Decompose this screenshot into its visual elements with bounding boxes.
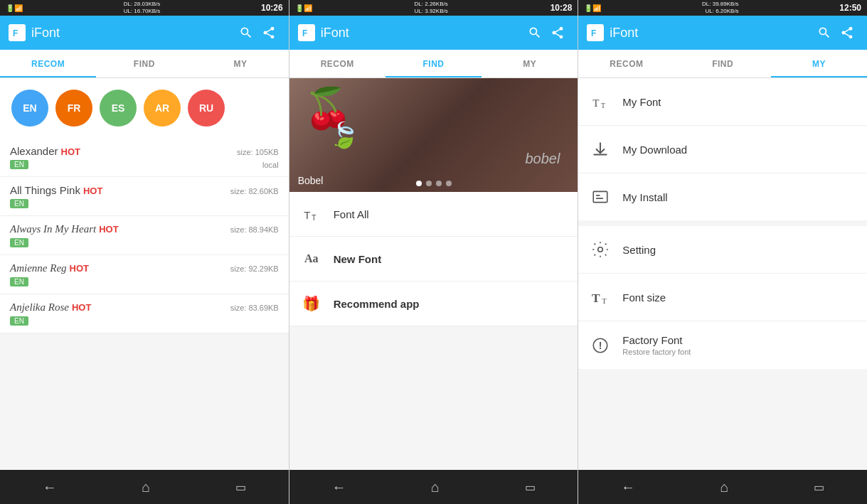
font-size-item[interactable]: T T Font size bbox=[578, 274, 867, 321]
font-size: size: 92.29KB bbox=[230, 264, 279, 273]
search-button-3[interactable] bbox=[813, 21, 836, 44]
font-name: Always In My Heart bbox=[10, 223, 96, 235]
lang-ru[interactable]: RU bbox=[188, 90, 225, 127]
font-size: size: 105KB bbox=[237, 148, 279, 156]
content-1: EN FR ES AR RU Alexander HOT size: 105KB… bbox=[0, 78, 289, 470]
tab-find-2[interactable]: FIND bbox=[385, 50, 482, 77]
svg-text:T: T bbox=[593, 97, 600, 109]
home-button-3[interactable]: ⌂ bbox=[720, 479, 729, 495]
lang-en[interactable]: EN bbox=[11, 90, 48, 127]
font-name: All Things Pink bbox=[10, 184, 80, 196]
lang-tag: EN bbox=[10, 316, 28, 326]
back-button-2[interactable]: ← bbox=[331, 479, 346, 495]
font-item-amiennereg[interactable]: Amienne Reg HOT size: 92.29KB EN bbox=[0, 255, 289, 294]
font-size: size: 88.94KB bbox=[230, 225, 279, 234]
back-button-1[interactable]: ← bbox=[43, 479, 57, 495]
my-font-item[interactable]: T T My Font bbox=[578, 78, 867, 126]
carousel: 🍒 🍃 bobel Bobel bbox=[289, 78, 578, 192]
back-button-3[interactable]: ← bbox=[621, 479, 635, 495]
font-size: size: 83.69KB bbox=[230, 304, 279, 312]
svg-text:T: T bbox=[601, 102, 605, 109]
factory-font-sub: Restore factory font bbox=[622, 348, 691, 356]
dot-1[interactable] bbox=[416, 181, 422, 186]
font-item-alwaysinmyheart[interactable]: Always In My Heart HOT size: 88.94KB EN bbox=[0, 216, 289, 255]
my-font-text: My Font bbox=[622, 96, 661, 108]
recents-button-2[interactable]: ▭ bbox=[525, 481, 536, 494]
carousel-label: Bobel bbox=[298, 175, 324, 186]
bottom-nav-3: ← ⌂ ▭ bbox=[578, 470, 867, 504]
setting-title: Setting bbox=[622, 244, 656, 256]
my-bottom-section: Setting T T Font size ! bbox=[578, 226, 867, 369]
lang-tag: EN bbox=[10, 277, 28, 286]
font-item-allthingspink[interactable]: All Things Pink HOT size: 82.60KB EN bbox=[0, 177, 289, 216]
status-icons-1: 🔋📶 bbox=[6, 4, 23, 12]
menu-item-new-font[interactable]: Aa New Font bbox=[289, 237, 578, 282]
svg-text:T: T bbox=[602, 296, 607, 305]
network-status-3: DL: 39.89KB/s UL: 6.20KB/s bbox=[702, 1, 739, 14]
recents-button-1[interactable]: ▭ bbox=[235, 481, 246, 494]
my-font-title: My Font bbox=[622, 96, 661, 108]
home-button-1[interactable]: ⌂ bbox=[142, 479, 150, 495]
tab-recom-1[interactable]: RECOM bbox=[0, 50, 96, 77]
my-download-text: My Download bbox=[622, 144, 687, 156]
app-logo-2: F bbox=[298, 24, 315, 41]
menu-item-recommend-app[interactable]: 🎁 Recommend app bbox=[289, 282, 578, 326]
share-button-2[interactable] bbox=[546, 21, 569, 44]
leaf-decoration: 🍃 bbox=[329, 121, 360, 150]
search-button-2[interactable] bbox=[523, 21, 546, 44]
search-button-1[interactable] bbox=[235, 21, 257, 44]
appbar-1: F iFont bbox=[0, 16, 289, 50]
screen1: 🔋📶 DL: 28.03KB/s UL: 16.70KB/s 10:26 F i… bbox=[0, 0, 289, 504]
lang-fr[interactable]: FR bbox=[55, 90, 92, 127]
network-status-1: DL: 28.03KB/s UL: 16.70KB/s bbox=[124, 1, 161, 14]
factory-font-item[interactable]: ! Factory Font Restore factory font bbox=[578, 321, 867, 369]
bottom-nav-2: ← ⌂ ▭ bbox=[289, 470, 578, 504]
appbar-2: F iFont bbox=[289, 16, 578, 50]
my-download-title: My Download bbox=[622, 144, 687, 156]
font-size: size: 82.60KB bbox=[230, 187, 279, 195]
setting-item[interactable]: Setting bbox=[578, 226, 867, 274]
menu-label-font-all: Font All bbox=[334, 208, 369, 220]
network-status-2: DL: 2.26KB/s UL: 3.92KB/s bbox=[415, 1, 448, 14]
svg-text:T: T bbox=[304, 209, 310, 221]
lang-ar[interactable]: AR bbox=[144, 90, 181, 127]
tab-my-1[interactable]: MY bbox=[192, 50, 288, 77]
tab-my-2[interactable]: MY bbox=[482, 50, 578, 77]
my-install-item[interactable]: My Install bbox=[578, 173, 867, 220]
lang-tag: EN bbox=[10, 199, 28, 208]
dot-4[interactable] bbox=[446, 181, 452, 186]
tab-recom-2[interactable]: RECOM bbox=[289, 50, 385, 77]
lang-es[interactable]: ES bbox=[100, 90, 137, 127]
status-bar-2: 🔋📶 DL: 2.26KB/s UL: 3.92KB/s 10:28 bbox=[289, 0, 578, 16]
setting-icon bbox=[590, 239, 611, 260]
hot-badge: HOT bbox=[83, 186, 102, 196]
status-bar-1: 🔋📶 DL: 28.03KB/s UL: 16.70KB/s 10:26 bbox=[0, 0, 289, 16]
bottom-nav-1: ← ⌂ ▭ bbox=[0, 470, 289, 504]
tab-find-3[interactable]: FIND bbox=[675, 50, 771, 77]
my-download-icon bbox=[590, 139, 611, 160]
factory-font-icon: ! bbox=[590, 335, 611, 356]
my-download-item[interactable]: My Download bbox=[578, 126, 867, 173]
share-button-3[interactable] bbox=[836, 21, 858, 44]
font-item-anjelikarose[interactable]: Anjelika Rose HOT size: 83.69KB EN bbox=[0, 294, 289, 333]
appbar-3: F iFont bbox=[578, 16, 867, 50]
app-title-2: iFont bbox=[321, 26, 524, 41]
dot-3[interactable] bbox=[436, 181, 442, 186]
tab-my-3[interactable]: MY bbox=[771, 50, 867, 77]
tab-recom-3[interactable]: RECOM bbox=[578, 50, 674, 77]
my-install-icon bbox=[590, 186, 611, 208]
home-button-2[interactable]: ⌂ bbox=[431, 479, 440, 495]
share-button-1[interactable] bbox=[257, 21, 280, 44]
svg-point-11 bbox=[598, 247, 603, 252]
recents-button-3[interactable]: ▭ bbox=[814, 481, 824, 494]
svg-text:F: F bbox=[13, 28, 18, 38]
tab-find-1[interactable]: FIND bbox=[96, 50, 192, 77]
font-size-text: Font size bbox=[622, 291, 666, 304]
lang-tag: EN bbox=[10, 160, 28, 169]
dot-2[interactable] bbox=[426, 181, 432, 186]
menu-item-font-all[interactable]: T T Font All bbox=[289, 192, 578, 237]
font-size-icon: T T bbox=[590, 286, 611, 308]
font-item-alexander[interactable]: Alexander HOT size: 105KB EN local bbox=[0, 138, 289, 177]
my-install-text: My Install bbox=[622, 191, 667, 203]
status-icons-2: 🔋📶 bbox=[295, 4, 312, 12]
